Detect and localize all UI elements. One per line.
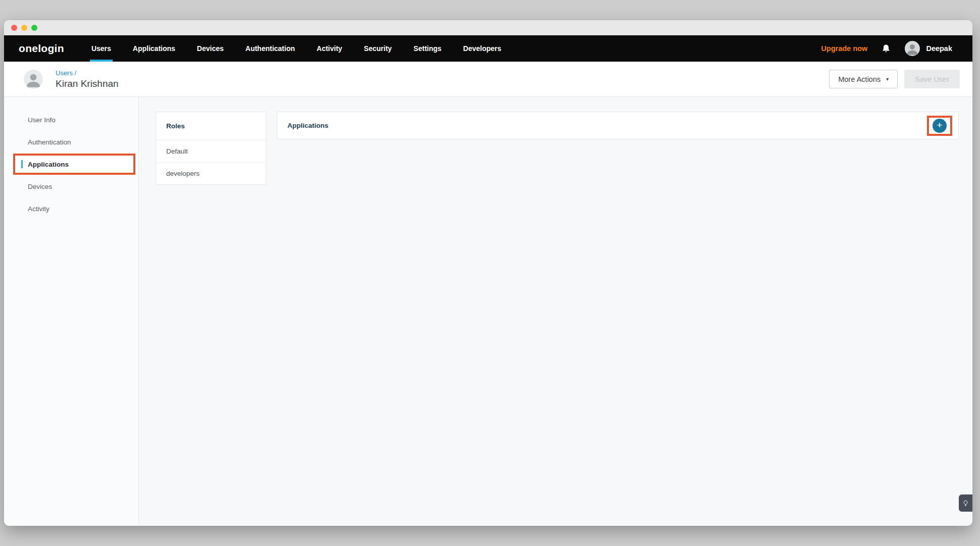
- plus-icon: +: [937, 120, 942, 130]
- sidebar-item-applications[interactable]: Applications: [4, 153, 138, 175]
- role-row-developers[interactable]: developers: [156, 162, 266, 184]
- minimize-window-button[interactable]: [21, 25, 27, 31]
- sidebar-item-devices[interactable]: Devices: [4, 175, 138, 197]
- applications-panel-title: Applications: [287, 122, 328, 129]
- navbar-right-group: Upgrade now Deepak: [821, 41, 952, 56]
- user-avatar-icon: [905, 41, 920, 56]
- nav-menu: Users Applications Devices Authenticatio…: [91, 35, 501, 62]
- add-application-button[interactable]: +: [933, 119, 947, 133]
- more-actions-button[interactable]: More Actions ▾: [829, 70, 898, 88]
- help-lightbulb-button[interactable]: [959, 494, 972, 512]
- sidebar-item-user-info[interactable]: User Info: [4, 109, 138, 131]
- nav-item-settings[interactable]: Settings: [414, 35, 442, 62]
- maximize-window-button[interactable]: [31, 25, 37, 31]
- applications-panel: Applications +: [277, 112, 959, 139]
- more-actions-label: More Actions: [838, 75, 880, 83]
- roles-panel-title: Roles: [156, 112, 266, 140]
- account-menu[interactable]: Deepak: [905, 41, 952, 56]
- page-title: Kiran Krishnan: [56, 78, 119, 89]
- add-application-wrap: +: [933, 119, 947, 133]
- page-body: User Info Authentication Applications De…: [4, 97, 972, 526]
- save-user-button: Save User: [904, 70, 960, 88]
- roles-panel: Roles Default developers: [156, 112, 266, 185]
- nav-item-users[interactable]: Users: [91, 35, 111, 62]
- window-titlebar: [4, 20, 972, 35]
- notifications-bell-icon[interactable]: [881, 43, 891, 54]
- nav-item-applications[interactable]: Applications: [133, 35, 175, 62]
- sidebar-item-label: Authentication: [28, 138, 71, 146]
- sidebar-item-label: Devices: [28, 183, 52, 190]
- nav-item-authentication[interactable]: Authentication: [246, 35, 295, 62]
- role-row-default[interactable]: Default: [156, 140, 266, 162]
- user-sidebar: User Info Authentication Applications De…: [4, 97, 139, 526]
- sidebar-item-activity[interactable]: Activity: [4, 197, 138, 220]
- sidebar-item-label: User Info: [28, 116, 56, 124]
- lightbulb-icon: [962, 500, 969, 507]
- page-header: Users / Kiran Krishnan More Actions ▾ Sa…: [4, 62, 972, 97]
- sidebar-item-authentication[interactable]: Authentication: [4, 131, 138, 153]
- onelogin-logo: onelogin: [19, 42, 64, 55]
- account-name: Deepak: [926, 44, 952, 53]
- upgrade-now-link[interactable]: Upgrade now: [821, 44, 868, 53]
- header-actions: More Actions ▾ Save User: [829, 70, 960, 88]
- nav-item-developers[interactable]: Developers: [463, 35, 501, 62]
- sidebar-item-label: Activity: [28, 205, 50, 213]
- nav-item-security[interactable]: Security: [364, 35, 391, 62]
- chevron-down-icon: ▾: [886, 76, 889, 82]
- top-navbar: onelogin Users Applications Devices Auth…: [4, 35, 972, 62]
- profile-avatar: [24, 70, 43, 89]
- main-content: Roles Default developers Applications +: [139, 97, 972, 526]
- sidebar-item-label: Applications: [28, 161, 69, 168]
- nav-item-activity[interactable]: Activity: [317, 35, 342, 62]
- breadcrumb[interactable]: Users /: [56, 69, 119, 77]
- active-indicator-bar: [21, 160, 23, 168]
- page-heading-group: Users / Kiran Krishnan: [56, 69, 119, 89]
- close-window-button[interactable]: [11, 25, 17, 31]
- nav-item-devices[interactable]: Devices: [197, 35, 224, 62]
- app-window: onelogin Users Applications Devices Auth…: [4, 20, 972, 526]
